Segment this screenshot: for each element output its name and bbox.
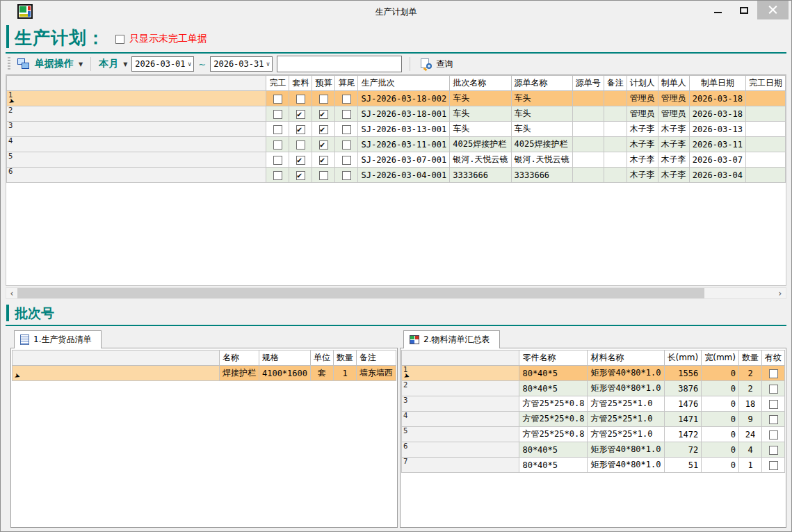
horizontal-scrollbar[interactable]: ‹ › bbox=[6, 287, 786, 299]
grid-cell[interactable] bbox=[604, 106, 627, 122]
grid-cell[interactable] bbox=[604, 122, 627, 137]
grid-cell[interactable]: 0 bbox=[702, 458, 739, 473]
checkbox-cell[interactable] bbox=[266, 122, 289, 137]
grid-cell[interactable] bbox=[746, 168, 786, 183]
grid-cell[interactable]: 车头 bbox=[450, 106, 511, 122]
grid-cell[interactable]: 2 bbox=[739, 381, 762, 396]
query-button[interactable]: 查询 bbox=[421, 58, 453, 70]
grid-cell[interactable]: 80*40*5 bbox=[519, 366, 588, 381]
grid-cell[interactable]: SJ-2026-03-04-001 bbox=[358, 168, 450, 183]
grid-cell[interactable]: SJ-2026-03-11-001 bbox=[358, 137, 450, 152]
checkbox-cell[interactable] bbox=[762, 442, 785, 458]
row-checkbox[interactable] bbox=[319, 110, 328, 119]
grid-cell[interactable]: 80*40*5 bbox=[519, 442, 588, 458]
grid-corner[interactable] bbox=[402, 350, 519, 366]
grid-cell[interactable] bbox=[572, 168, 604, 183]
table-row[interactable]: ➤焊接护栏4100*1600套1墙东墙西 bbox=[13, 366, 396, 381]
grid-cell[interactable]: 车头 bbox=[450, 91, 511, 106]
grid-cell[interactable]: 方管25*25*1.0 bbox=[588, 427, 664, 442]
row-checkbox[interactable] bbox=[319, 140, 328, 150]
close-button[interactable] bbox=[757, 1, 789, 19]
grid-cell[interactable]: 0 bbox=[702, 442, 739, 458]
table-row[interactable]: 3SJ-2026-03-13-001车头车头木子李木子李2026-03-13 bbox=[7, 122, 786, 137]
grid-cell[interactable]: 木子李 bbox=[658, 122, 689, 137]
row-checkbox[interactable] bbox=[342, 140, 351, 150]
scroll-right-icon[interactable]: › bbox=[775, 288, 786, 298]
grid-cell[interactable]: 木子李 bbox=[658, 152, 689, 168]
row-checkbox[interactable] bbox=[296, 95, 305, 104]
checkbox-cell[interactable] bbox=[335, 152, 358, 168]
grid-cell[interactable] bbox=[572, 106, 604, 122]
grid-cell[interactable]: 18 bbox=[739, 396, 762, 412]
row-header[interactable]: 2 bbox=[7, 106, 266, 122]
checkbox-cell[interactable] bbox=[312, 152, 335, 168]
row-checkbox[interactable] bbox=[769, 400, 778, 409]
chevron-down-icon[interactable]: ▼ bbox=[123, 61, 127, 67]
grid-cell[interactable]: 80*40*5 bbox=[519, 458, 588, 473]
row-checkbox[interactable] bbox=[273, 156, 282, 165]
row-header[interactable]: 5 bbox=[402, 427, 519, 442]
row-checkbox[interactable] bbox=[319, 171, 328, 180]
date-from-combobox[interactable]: 2026-03-01 ∨ bbox=[131, 56, 194, 72]
search-input[interactable] bbox=[277, 56, 402, 72]
filter-checkbox-label[interactable]: 只显示未完工单据 bbox=[129, 33, 207, 45]
grid-cell[interactable]: 2 bbox=[739, 366, 762, 381]
grid-cell[interactable]: 车头 bbox=[511, 91, 572, 106]
row-checkbox[interactable] bbox=[769, 446, 778, 455]
row-checkbox[interactable] bbox=[769, 385, 778, 394]
grid-cell[interactable] bbox=[572, 152, 604, 168]
column-header[interactable]: 批次名称 bbox=[450, 76, 511, 91]
column-header[interactable]: 数量 bbox=[739, 350, 762, 366]
grid-cell[interactable]: 矩形管40*80*1.0 bbox=[588, 442, 664, 458]
checkbox-cell[interactable] bbox=[762, 396, 785, 412]
grid-cell[interactable] bbox=[746, 91, 786, 106]
table-row[interactable]: 780*40*5矩形管40*80*1.05101 bbox=[402, 458, 785, 473]
row-checkbox[interactable] bbox=[273, 140, 282, 150]
grid-cell[interactable]: SJ-2026-03-13-001 bbox=[358, 122, 450, 137]
grid-cell[interactable]: 0 bbox=[702, 427, 739, 442]
grid-cell[interactable]: 3333666 bbox=[450, 168, 511, 183]
grid-cell[interactable]: 24 bbox=[739, 427, 762, 442]
grid-cell[interactable]: 木子李 bbox=[627, 122, 658, 137]
grid-cell[interactable]: 1472 bbox=[664, 427, 702, 442]
column-header[interactable]: 数量 bbox=[334, 350, 357, 366]
grid-cell[interactable]: 3333666 bbox=[511, 168, 572, 183]
tab-goods-list[interactable]: 1.生产货品清单 bbox=[14, 330, 102, 348]
grid-cell[interactable]: 方管25*25*1.0 bbox=[588, 412, 664, 427]
column-header[interactable]: 材料名称 bbox=[588, 350, 664, 366]
column-header[interactable]: 宽(mm) bbox=[702, 350, 739, 366]
grid-cell[interactable]: 管理员 bbox=[658, 106, 689, 122]
column-header[interactable]: 单位 bbox=[311, 350, 334, 366]
checkbox-cell[interactable] bbox=[289, 122, 312, 137]
scrollbar-thumb[interactable] bbox=[17, 288, 704, 298]
checkbox-cell[interactable] bbox=[335, 137, 358, 152]
grid-cell[interactable]: 4025焊接护栏 bbox=[450, 137, 511, 152]
column-header[interactable]: 计划人 bbox=[627, 76, 658, 91]
checkbox-cell[interactable] bbox=[335, 168, 358, 183]
column-header[interactable]: 制单日期 bbox=[689, 76, 745, 91]
row-checkbox[interactable] bbox=[769, 369, 778, 378]
column-header[interactable]: 源单名称 bbox=[511, 76, 572, 91]
grid-cell[interactable]: 管理员 bbox=[627, 106, 658, 122]
grid-cell[interactable]: 墙东墙西 bbox=[357, 366, 396, 381]
grid-cell[interactable]: 矩形管40*80*1.0 bbox=[588, 381, 664, 396]
grid-cell[interactable]: 0 bbox=[702, 381, 739, 396]
tab-material-summary[interactable]: 2.物料清单汇总表 bbox=[403, 330, 500, 348]
row-checkbox[interactable] bbox=[319, 95, 328, 104]
combo-arrow-icon[interactable]: ∨ bbox=[266, 61, 270, 67]
row-checkbox[interactable] bbox=[296, 140, 305, 150]
row-checkbox[interactable] bbox=[273, 110, 282, 119]
grid-cell[interactable]: 2026-03-18 bbox=[689, 106, 745, 122]
grid-cell[interactable]: 木子李 bbox=[627, 168, 658, 183]
grid-cell[interactable]: SJ-2026-03-18-001 bbox=[358, 106, 450, 122]
checkbox-cell[interactable] bbox=[266, 152, 289, 168]
checkbox-cell[interactable] bbox=[266, 137, 289, 152]
checkbox-cell[interactable] bbox=[312, 137, 335, 152]
grid-cell[interactable]: 80*40*5 bbox=[519, 381, 588, 396]
grid-cell[interactable]: 方管25*25*0.8 bbox=[519, 412, 588, 427]
checkbox-cell[interactable] bbox=[335, 122, 358, 137]
column-header[interactable]: 名称 bbox=[219, 350, 259, 366]
grid-cell[interactable] bbox=[572, 137, 604, 152]
column-header[interactable]: 算尾 bbox=[335, 76, 358, 91]
column-header[interactable]: 规格 bbox=[259, 350, 310, 366]
